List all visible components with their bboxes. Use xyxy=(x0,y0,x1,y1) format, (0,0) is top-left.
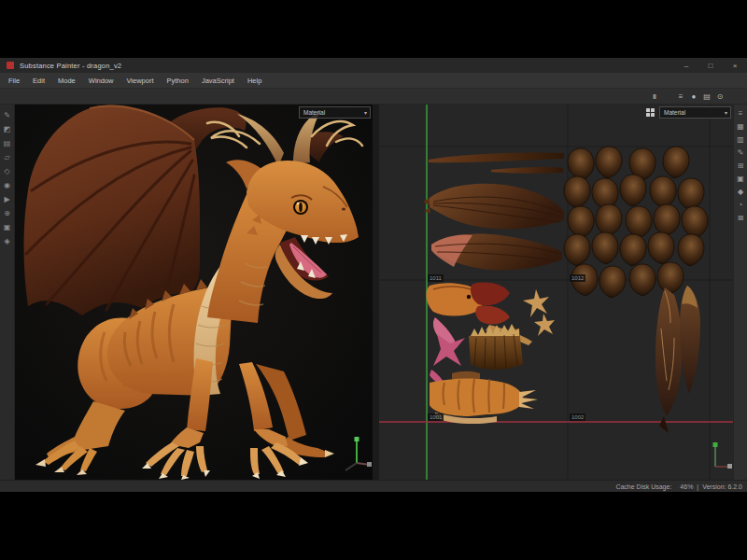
environment-sphere-icon[interactable]: ● xyxy=(687,92,700,101)
uv-canvas xyxy=(379,105,733,480)
dragon-3d-model xyxy=(15,105,373,480)
window-title: Substance Painter - dragon_v2 xyxy=(20,62,121,70)
viewport-splitter[interactable] xyxy=(373,105,379,480)
menu-bar: File Edit Mode Window Viewport Python Ja… xyxy=(0,73,747,89)
menu-mode[interactable]: Mode xyxy=(51,73,82,89)
polygon-fill-tool-icon[interactable]: ▱ xyxy=(4,150,9,164)
menu-help[interactable]: Help xyxy=(241,73,268,89)
menu-edit[interactable]: Edit xyxy=(26,73,51,89)
udim-tiles-icon[interactable] xyxy=(646,108,655,117)
viewport-2d-uv[interactable]: Material ▾ 1011 1012 1001 1002 xyxy=(379,105,733,480)
cache-disk-usage-label: Cache Disk Usage: xyxy=(615,483,671,490)
shading-mode-label-2d: Material xyxy=(660,109,725,116)
udim-label-1002: 1002 xyxy=(570,413,585,421)
menu-window[interactable]: Window xyxy=(82,73,120,89)
projection-tool-icon[interactable]: ▤ xyxy=(4,136,11,150)
pause-engine-icon[interactable]: ‖ xyxy=(648,92,661,101)
properties-panel-icon[interactable]: ▣ xyxy=(737,173,744,186)
display-settings-panel-icon[interactable]: ⊠ xyxy=(738,212,744,225)
quick-mask-tool-icon[interactable]: ⊕ xyxy=(4,206,10,220)
substance-painter-logo-icon xyxy=(7,62,14,69)
clone-tool-icon[interactable]: ◉ xyxy=(4,178,10,192)
chevron-down-icon: ▾ xyxy=(364,109,370,116)
status-bar: Cache Disk Usage: 46% | Version: 6.2.0 xyxy=(0,480,747,492)
texture-set-settings-panel-icon[interactable]: ▥ xyxy=(737,133,744,147)
menu-file[interactable]: File xyxy=(2,73,26,89)
udim-label-1012: 1012 xyxy=(570,274,585,282)
shader-settings-panel-icon[interactable]: ◆ xyxy=(738,186,743,199)
window-controls: – □ × xyxy=(674,62,747,70)
viewport-settings-icon[interactable]: ≡ xyxy=(674,92,687,101)
cache-disk-usage-value: 46% xyxy=(680,483,693,490)
udim-label-1001: 1001 xyxy=(428,413,444,421)
smudge-tool-icon[interactable]: ◇ xyxy=(4,164,9,178)
material-picker-tool-icon[interactable]: ▶ xyxy=(4,192,9,206)
shading-mode-dropdown-2d[interactable]: Material ▾ xyxy=(659,106,731,119)
menu-javascript[interactable]: JavaScript xyxy=(195,73,241,89)
texture-set-list-panel-icon[interactable]: ≡ xyxy=(739,107,743,120)
close-button[interactable]: × xyxy=(723,62,747,70)
assets-panel-icon[interactable]: ▣ xyxy=(4,220,11,234)
camera-icon[interactable]: ⊙ xyxy=(713,92,726,101)
main-toolbar: ‖ ≡ ● ▤ ⊙ xyxy=(0,89,747,105)
tools-sidebar: ✎ ◩ ▤ ▱ ◇ ◉ ▶ ⊕ ▣ ◈ xyxy=(0,105,15,480)
udim-label-1011: 1011 xyxy=(428,274,444,282)
video-capture-icon[interactable]: ▤ xyxy=(700,92,713,101)
shelf-panel-icon[interactable]: ⊞ xyxy=(738,160,744,173)
maximize-button[interactable]: □ xyxy=(698,62,723,70)
eraser-tool-icon[interactable]: ◩ xyxy=(4,122,11,136)
resources-panel-icon[interactable]: ◈ xyxy=(4,234,9,248)
status-divider: | xyxy=(697,483,698,490)
layers-panel-icon[interactable]: ▦ xyxy=(737,120,744,133)
paint-brush-tool-icon[interactable]: ✎ xyxy=(4,108,10,122)
workspace: ✎ ◩ ▤ ▱ ◇ ◉ ▶ ⊕ ▣ ◈ Material ▾ xyxy=(0,105,747,480)
menu-python[interactable]: Python xyxy=(161,73,195,89)
shading-mode-label-3d: Material xyxy=(300,109,364,116)
brush-settings-panel-icon[interactable]: ✎ xyxy=(738,147,744,160)
menu-viewport[interactable]: Viewport xyxy=(120,73,160,89)
minimize-button[interactable]: – xyxy=(674,62,698,70)
version-label: Version: 6.2.0 xyxy=(702,483,742,490)
chevron-down-icon: ▾ xyxy=(725,109,730,116)
history-panel-icon[interactable]: ◔ xyxy=(739,199,743,212)
viewport-3d[interactable]: Material ▾ xyxy=(15,105,373,480)
title-bar[interactable]: Substance Painter - dragon_v2 – □ × xyxy=(0,58,747,73)
dock-sidebar: ≡ ▦ ▥ ✎ ⊞ ▣ ◆ ◔ ⊠ xyxy=(733,105,747,480)
shading-mode-dropdown-3d[interactable]: Material ▾ xyxy=(299,106,371,119)
application-window: Substance Painter - dragon_v2 – □ × File… xyxy=(0,58,747,492)
